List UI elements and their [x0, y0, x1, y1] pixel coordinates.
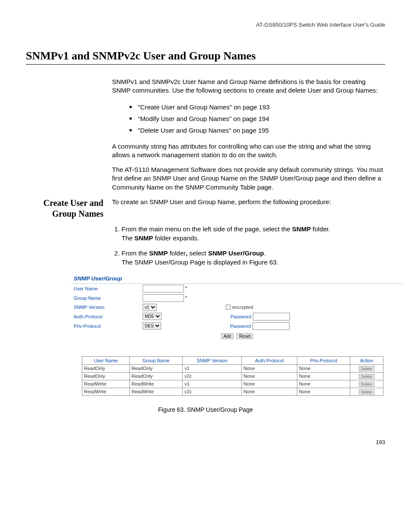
table-row: ReadOnlyReadOnlyv1NoneNoneDelete [82, 364, 383, 372]
label-group-name: Group Name [74, 296, 143, 301]
table-cell: ReadOnly [130, 372, 183, 380]
auth-password-input[interactable] [253, 313, 290, 320]
paragraph: The AT-S110 Management Software does not… [112, 165, 385, 192]
paragraph: A community string has attributes for co… [112, 142, 385, 160]
section-title: SNMPv1 and SNMPv2c User and Group Names [26, 50, 385, 65]
figure-caption: Figure 63. SNMP User/Group Page [26, 406, 385, 413]
user-group-table: User Name Group Name SNMP Version Auth-P… [82, 356, 383, 396]
reset-button[interactable]: Reset [237, 333, 253, 339]
subsection-heading: Create User and Group Names [26, 198, 112, 219]
bullet-item: "Modify User and Group Names" on page 19… [129, 113, 385, 124]
bullet-item: "Create User and Group Names" on page 19… [129, 101, 385, 113]
steps-list: From the main menu on the left side of t… [112, 224, 385, 267]
priv-protocol-select[interactable]: DES [143, 322, 161, 330]
col-snmp-version: SNMP Version [183, 356, 242, 364]
step-item: From the SNMP folder, select SNMP User/G… [121, 249, 385, 267]
subsection-intro: To create an SNMP User and Group Name, p… [112, 198, 385, 219]
table-cell: None [297, 364, 350, 372]
page-number: 193 [26, 439, 385, 445]
table-cell: None [242, 388, 297, 395]
col-user-name: User Name [82, 356, 130, 364]
delete-button[interactable]: Delete [359, 389, 374, 395]
table-cell: None [242, 364, 297, 372]
label-password: Password [230, 314, 251, 319]
table-cell-action: Delete [350, 372, 383, 380]
table-cell: ReadOnly [130, 364, 183, 372]
table-cell: ReadOnly [82, 372, 130, 380]
auth-protocol-select[interactable]: MD5 [143, 313, 162, 320]
panel-title: SNMP User/Group [71, 273, 403, 284]
label-auth-protocol: Auth-Protocol [74, 314, 143, 319]
table-cell: v2c [183, 372, 242, 380]
table-cell: v2c [183, 388, 242, 395]
col-group-name: Group Name [130, 356, 183, 364]
bullet-list: "Create User and Group Names" on page 19… [112, 101, 385, 136]
table-cell: v1 [183, 364, 242, 372]
table-cell: None [297, 380, 350, 388]
table-cell: None [297, 388, 350, 395]
required-star: * [185, 286, 187, 291]
table-cell-action: Delete [350, 388, 383, 395]
screenshot-panel: SNMP User/Group User Name * Group Name *… [71, 273, 403, 339]
delete-button[interactable]: Delete [359, 374, 374, 379]
snmp-version-select[interactable]: v1 [143, 304, 157, 311]
table-cell: None [242, 372, 297, 380]
required-star: * [185, 296, 187, 300]
delete-button[interactable]: Delete [359, 366, 374, 371]
encrypted-checkbox[interactable]: encrypted [226, 305, 253, 310]
table-cell: ReadWrite [130, 388, 183, 395]
priv-password-input[interactable] [252, 322, 290, 330]
step-item: From the main menu on the left side of t… [121, 224, 385, 243]
label-priv-protocol: Priv-Protocol [74, 324, 143, 329]
intro-paragraph: SNMPv1 and SNMPv2c User Name and Group N… [112, 78, 385, 95]
table-cell: ReadWrite [82, 380, 130, 388]
delete-button[interactable]: Delete [359, 382, 374, 387]
col-action: Action [350, 356, 383, 364]
table-row: ReadWriteReadWritev1NoneNoneDelete [82, 380, 383, 388]
table-cell-action: Delete [350, 380, 383, 388]
table-cell: None [297, 372, 350, 380]
table-cell: ReadOnly [82, 364, 130, 372]
page-header: AT-GS950/10PS Switch Web Interface User'… [26, 22, 385, 28]
group-name-input[interactable] [143, 294, 184, 302]
table-row: ReadOnlyReadOnlyv2cNoneNoneDelete [82, 372, 383, 380]
table-row: ReadWriteReadWritev2cNoneNoneDelete [82, 388, 383, 395]
table-cell: ReadWrite [82, 388, 130, 395]
label-snmp-version: SNMP Version [74, 305, 143, 310]
table-cell: ReadWrite [130, 380, 183, 388]
bullet-item: "Delete User and Group Names" on page 19… [129, 124, 385, 136]
add-button[interactable]: Add [221, 333, 234, 339]
user-name-input[interactable] [143, 285, 184, 292]
table-cell-action: Delete [350, 364, 383, 372]
table-cell: v1 [183, 380, 242, 388]
table-cell: None [242, 380, 297, 388]
col-priv-protocol: Priv-Protocol [297, 356, 350, 364]
col-auth-protocol: Auth-Protocol [242, 356, 297, 364]
label-user-name: User Name [74, 286, 143, 291]
label-password: Password [230, 324, 251, 329]
